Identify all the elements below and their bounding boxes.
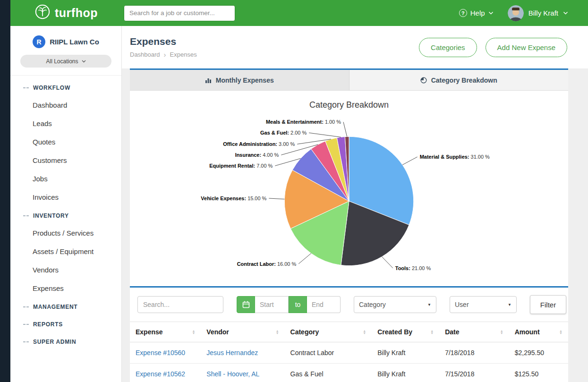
content: Monthly Expenses Category Breakdown Cate… [122,68,588,382]
column-header-vendor[interactable]: Vendor▲▼ [201,322,284,342]
nav-section-management[interactable]: MANAGEMENT [10,297,121,315]
breadcrumb: Dashboard › Expenses [130,51,197,59]
sort-icon[interactable]: ▲▼ [555,330,562,335]
left-edge-rail [0,0,10,382]
expense-link[interactable]: Expense #10560 [136,349,185,357]
pie-label-line [382,257,393,268]
pie-label-line [343,122,347,136]
breadcrumb-dashboard[interactable]: Dashboard [130,51,160,58]
global-search-input[interactable] [124,5,235,21]
sort-icon[interactable]: ▲▼ [496,330,503,335]
table-row[interactable]: Expense #10562Shell - Hoover, ALGas & Fu… [130,364,568,382]
pie-label-tools: Tools: 21.00 % [395,265,431,271]
page-title: Expenses [130,36,197,47]
nav-section-super-admin[interactable]: SUPER ADMIN [10,332,121,350]
pie-label-office-administration: Office Administration: 3.00 % [223,141,295,147]
pie-label-vehicle-expenses: Vehicle Expenses: 15.00 % [201,195,266,201]
sort-icon[interactable]: ▲▼ [359,330,366,335]
pie-label-insurance: Insurance: 4.00 % [235,152,279,158]
date-to-label: to [289,296,307,313]
pie-label-line [298,254,311,264]
collapse-dashes-icon [23,87,29,88]
column-header-category[interactable]: Category▲▼ [285,322,372,342]
chart-card: Category Breakdown Material & Supplies: … [130,91,568,286]
expenses-table: Expense▲▼Vendor▲▼Category▲▼Created By▲▼D… [130,322,568,382]
calendar-icon [242,301,250,308]
location-selector[interactable]: All Locations [20,55,111,68]
nav-section-workflow[interactable]: WORKFLOW [10,78,121,96]
brand-logo[interactable]: turfhop [10,4,122,23]
avatar [508,5,524,21]
vendor-link[interactable]: Jesus Hernandez [206,349,258,357]
sidebar-item-products-services[interactable]: Products / Services [10,224,121,242]
cell-category: Gas & Fuel [285,364,372,382]
pie-chart-icon [420,77,427,84]
help-menu[interactable]: ? Help [459,9,494,17]
tab-category-breakdown[interactable]: Category Breakdown [349,70,569,91]
pie-label-line [309,133,341,137]
start-date-input[interactable] [255,296,289,313]
sidebar-item-dashboard[interactable]: Dashboard [10,96,121,114]
user-name: Billy Kraft [528,9,558,17]
cell-date: 7/18/2018 [439,342,509,364]
select-arrow-icon: ▼ [427,303,431,307]
sidebar-item-leads[interactable]: Leads [10,114,121,133]
column-header-created-by[interactable]: Created By▲▼ [372,322,439,342]
filter-button[interactable]: Filter [530,295,566,314]
cell-created-by: Billy Kraft [372,342,439,364]
company-row: R RIIPL Lawn Co [10,35,121,48]
pie-label-equipment-rental: Equipment Rental: 7.00 % [209,163,273,169]
expense-link[interactable]: Expense #10562 [136,370,185,378]
collapse-dashes-icon [23,306,29,307]
add-new-expense-button[interactable]: Add New Expense [486,38,567,57]
pie-label-line [269,198,284,199]
table-search-input[interactable] [137,296,223,313]
chevron-down-icon [488,11,494,15]
sidebar-item-invoices[interactable]: Invoices [10,188,121,206]
column-header-date[interactable]: Date▲▼ [439,322,509,342]
user-menu[interactable]: Billy Kraft [508,5,568,21]
tabs: Monthly Expenses Category Breakdown [130,68,568,91]
user-select[interactable]: User ▼ [450,296,517,313]
table-toolbar: to Category ▼ User ▼ [130,288,568,322]
pie-label-meals-entertainment: Meals & Entertainment: 1.00 % [266,119,341,125]
sidebar: R RIIPL Lawn Co All Locations WORKFLOWDa… [10,26,122,382]
table-header-row: Expense▲▼Vendor▲▼Category▲▼Created By▲▼D… [130,322,568,342]
collapse-dashes-icon [23,215,29,216]
breadcrumb-separator-icon: › [164,51,166,59]
sidebar-item-vendors[interactable]: Vendors [10,261,121,279]
brand-name: turfhop [55,6,98,20]
categories-button[interactable]: Categories [419,38,477,57]
table-row[interactable]: Expense #10560Jesus HernandezContract La… [130,342,568,364]
sidebar-item-expenses[interactable]: Expenses [10,279,121,297]
help-icon: ? [459,9,467,17]
tab-monthly-expenses[interactable]: Monthly Expenses [130,70,349,91]
company-name: RIIPL Lawn Co [50,38,99,46]
sidebar-item-quotes[interactable]: Quotes [10,133,121,151]
end-date-input[interactable] [307,296,341,313]
sidebar-item-customers[interactable]: Customers [10,151,121,170]
topbar-right: ? Help Billy Kraft [459,5,588,21]
column-header-expense[interactable]: Expense▲▼ [130,322,201,342]
company-block: R RIIPL Lawn Co All Locations [10,26,121,76]
chevron-down-icon [563,11,568,15]
nav-section-reports[interactable]: REPORTS [10,315,121,332]
chart-title: Category Breakdown [130,100,568,110]
date-picker-button[interactable] [237,296,255,313]
select-arrow-icon: ▼ [508,303,511,307]
sidebar-nav: WORKFLOWDashboardLeadsQuotesCustomersJob… [10,76,121,350]
pie-chart: Material & Supplies: 31.00 %Tools: 21.00… [130,111,568,282]
sidebar-item-assets-equipment[interactable]: Assets / Equipment [10,242,121,261]
pie-label-material-supplies: Material & Supplies: 31.00 % [420,154,490,160]
sidebar-item-jobs[interactable]: Jobs [10,170,121,188]
topbar: turfhop ? Help Billy [10,0,588,26]
vendor-link[interactable]: Shell - Hoover, AL [206,370,259,378]
nav-section-inventory[interactable]: INVENTORY [10,206,121,224]
collapse-dashes-icon [23,341,29,342]
column-header-amount[interactable]: Amount▲▼ [509,322,568,342]
sort-icon[interactable]: ▲▼ [426,330,434,335]
sort-icon[interactable]: ▲▼ [272,330,279,335]
date-range-group: to [237,296,341,313]
sort-icon[interactable]: ▲▼ [188,330,195,335]
category-select[interactable]: Category ▼ [354,296,436,313]
